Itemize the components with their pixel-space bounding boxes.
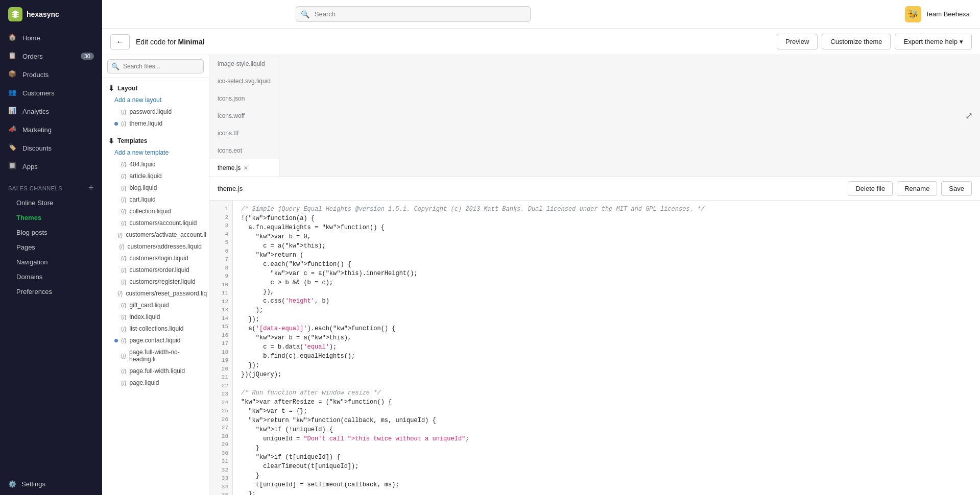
code-line <box>241 379 972 388</box>
line-number: 18 <box>209 348 232 357</box>
save-button[interactable]: Save <box>941 181 972 196</box>
line-number: 1 <box>209 205 232 213</box>
line-number: 14 <box>209 314 232 323</box>
tab-icons-ttf[interactable]: icons.ttf <box>209 125 279 142</box>
layout-section-header[interactable]: ⬇ Layout <box>107 82 204 94</box>
editor-filename: theme.js <box>218 185 243 192</box>
preview-button[interactable]: Preview <box>777 34 818 50</box>
template-file[interactable]: {/} customers/order.liquid <box>107 264 204 276</box>
rename-button[interactable]: Rename <box>897 181 937 196</box>
sales-channel-domains[interactable]: Domains <box>0 269 102 284</box>
add-sales-channel-button[interactable]: + <box>88 183 94 193</box>
sidebar-item-home[interactable]: 🏠 Home <box>0 29 102 47</box>
line-number: 29 <box>209 440 232 449</box>
sales-channel-themes[interactable]: Themes <box>0 210 102 225</box>
tab-icons-woff[interactable]: icons.woff <box>209 107 279 125</box>
sidebar-item-apps[interactable]: 🔲 Apps <box>0 157 102 176</box>
code-content[interactable]: /* Simple jQuery Equal Heights @version … <box>233 201 980 495</box>
file-search-input[interactable] <box>107 59 204 73</box>
templates-section-header[interactable]: ⬇ Templates <box>107 135 204 147</box>
template-file[interactable]: {/} page.full-width.liquid <box>107 365 204 377</box>
template-file[interactable]: {/} article.liquid <box>107 170 204 182</box>
line-number: 34 <box>209 483 232 491</box>
nav-items: 🏠 Home 📋 Orders 30📦 Products 👥 Customers… <box>0 29 102 176</box>
search-input[interactable] <box>296 6 531 22</box>
tab-icons-json[interactable]: icons.json <box>209 90 279 107</box>
tab-close-button[interactable]: × <box>244 164 248 171</box>
template-file[interactable]: {/} gift_card.liquid <box>107 300 204 311</box>
file-icon: {/} <box>121 279 126 285</box>
template-file[interactable]: {/} index.liquid <box>107 311 204 323</box>
sales-channel-pages[interactable]: Pages <box>0 240 102 255</box>
file-icon: {/} <box>121 337 126 343</box>
badge-orders: 30 <box>81 53 94 60</box>
file-name: customers/activate_account.li <box>126 231 206 238</box>
team-info[interactable]: 🐝 Team Beehexa <box>905 6 970 22</box>
tab-label: theme.js <box>218 164 241 171</box>
code-area: image-style.liquid ico-select.svg.liquid… <box>209 55 980 495</box>
code-line: c = a("kw">this); <box>241 241 972 251</box>
nav-label-apps: Apps <box>22 163 38 170</box>
line-number: 33 <box>209 474 232 483</box>
template-file[interactable]: {/} page.liquid <box>107 377 204 388</box>
customize-theme-button[interactable]: Customize theme <box>822 34 891 50</box>
code-line: "kw">if (!uniqueId) { <box>241 425 972 434</box>
template-file[interactable]: {/} 404.liquid <box>107 159 204 170</box>
template-file[interactable]: {/} customers/login.liquid <box>107 253 204 264</box>
settings-item[interactable]: ⚙️ Settings <box>0 473 102 495</box>
sales-channel-online-store[interactable]: Online Store <box>0 195 102 210</box>
template-file[interactable]: {/} list-collections.liquid <box>107 323 204 334</box>
settings-label: Settings <box>21 480 45 488</box>
tab-image-style[interactable]: image-style.liquid <box>209 55 279 72</box>
layout-file[interactable]: {/} password.liquid <box>107 106 204 117</box>
template-file[interactable]: {/} collection.liquid <box>107 206 204 217</box>
nav-label-customers: Customers <box>22 89 55 97</box>
sales-channel-preferences[interactable]: Preferences <box>0 284 102 299</box>
file-name: customers/account.liquid <box>129 219 197 227</box>
sidebar-item-marketing[interactable]: 📣 Marketing <box>0 120 102 139</box>
back-button[interactable]: ← <box>110 34 130 50</box>
sales-channel-blog-posts[interactable]: Blog posts <box>0 225 102 240</box>
template-file[interactable]: {/} blog.liquid <box>107 182 204 193</box>
file-icon: {/} <box>121 255 126 261</box>
expert-theme-help-button[interactable]: Expert theme help ▾ <box>895 34 972 50</box>
sidebar-item-discounts[interactable]: 🏷️ Discounts <box>0 139 102 157</box>
expand-button[interactable]: ⤢ <box>963 108 975 123</box>
tab-ico-select[interactable]: ico-select.svg.liquid <box>209 72 279 90</box>
file-icon: {/} <box>121 353 126 359</box>
add-layout-link[interactable]: Add a new layout <box>107 94 204 106</box>
sidebar-item-products[interactable]: 📦 Products <box>0 65 102 84</box>
delete-file-button[interactable]: Delete file <box>848 181 893 196</box>
template-file[interactable]: {/} customers/addresses.liquid <box>107 241 204 252</box>
template-file[interactable]: {/} page.full-width-no-heading.li <box>107 346 204 365</box>
file-icon: {/} <box>117 232 123 238</box>
sidebar-item-orders[interactable]: 📋 Orders 30 <box>0 47 102 65</box>
tab-icons-eot[interactable]: icons.eot <box>209 142 279 159</box>
sales-channel-navigation[interactable]: Navigation <box>0 255 102 269</box>
tab-label: icons.woff <box>218 112 245 119</box>
tab-label: ico-select.svg.liquid <box>218 78 271 85</box>
template-file[interactable]: {/} customers/activate_account.li <box>107 229 204 240</box>
sidebar-item-customers[interactable]: 👥 Customers <box>0 84 102 102</box>
code-line: "kw">var t = {}; <box>241 407 972 416</box>
file-icon: {/} <box>121 368 126 374</box>
line-number: 9 <box>209 272 232 281</box>
code-line: a('[data-equal]').each("kw">function() { <box>241 324 972 333</box>
line-numbers: 1234567891011121314151617181920212223242… <box>209 201 233 495</box>
code-line: "kw">return ( <box>241 251 972 260</box>
editor-header: theme.js Delete file Rename Save <box>209 177 980 201</box>
sidebar-item-analytics[interactable]: 📊 Analytics <box>0 102 102 120</box>
template-file[interactable]: {/} cart.liquid <box>107 194 204 205</box>
template-file[interactable]: {/} customers/reset_password.liq <box>107 288 204 299</box>
layout-file[interactable]: {/} theme.liquid <box>107 118 204 129</box>
template-file[interactable]: {/} page.contact.liquid <box>107 335 204 346</box>
brand[interactable]: hexasync <box>0 0 102 29</box>
tab-theme-js[interactable]: theme.js × <box>209 159 279 177</box>
code-editor[interactable]: 1234567891011121314151617181920212223242… <box>209 201 980 495</box>
line-number: 30 <box>209 449 232 458</box>
file-name: password.liquid <box>129 108 172 115</box>
add-template-link[interactable]: Add a new template <box>107 147 204 158</box>
template-file[interactable]: {/} customers/register.liquid <box>107 276 204 287</box>
template-file[interactable]: {/} customers/account.liquid <box>107 217 204 229</box>
code-line: })(jQuery); <box>241 370 972 379</box>
